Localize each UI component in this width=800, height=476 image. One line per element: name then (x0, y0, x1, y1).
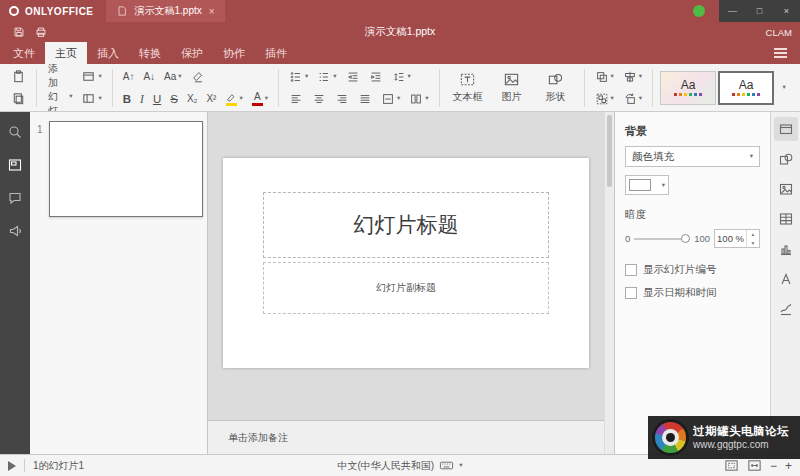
tab-home[interactable]: 主页 (45, 42, 87, 64)
zoom-out-button[interactable]: − (770, 460, 777, 472)
tab-transitions[interactable]: 转换 (129, 42, 171, 64)
align-right-button[interactable] (332, 89, 352, 108)
slide-settings-button[interactable] (774, 117, 798, 141)
tab-collaboration[interactable]: 协作 (213, 42, 255, 64)
strikethrough-button[interactable]: S (167, 89, 181, 108)
opacity-label: 暗度 (625, 208, 760, 222)
group-shapes-icon (595, 92, 609, 106)
tab-protection[interactable]: 保护 (171, 42, 213, 64)
bold-button[interactable]: B (120, 89, 134, 108)
zoom-in-button[interactable]: + (785, 460, 792, 472)
background-section-title: 背景 (625, 124, 760, 139)
minimize-button[interactable]: — (719, 0, 746, 22)
insert-textbox-button[interactable]: 文本框 (447, 67, 489, 109)
change-case-button[interactable]: Aa▾ (161, 67, 185, 86)
group-shapes-button[interactable]: ▾ (592, 89, 617, 108)
vertical-align-icon (381, 92, 395, 106)
maximize-button[interactable]: □ (746, 0, 773, 22)
comments-button[interactable] (7, 190, 23, 206)
clipboard-group (4, 67, 33, 108)
notes-area[interactable]: 单击添加备注 (208, 420, 604, 454)
tab-plugins[interactable]: 插件 (255, 42, 297, 64)
chevron-down-icon: ▾ (750, 153, 753, 160)
vertical-scrollbar[interactable] (604, 112, 614, 454)
signature-settings-button[interactable] (774, 297, 798, 321)
opacity-slider[interactable] (634, 238, 690, 240)
slide-settings-icon (778, 121, 794, 137)
line-spacing-button[interactable]: ▾ (389, 67, 414, 86)
font-color-button[interactable]: A ▾ (249, 89, 271, 108)
fit-to-slide-icon[interactable] (724, 458, 739, 473)
arrange-front-button[interactable]: ▾ (592, 67, 617, 86)
spin-down-icon[interactable]: ▾ (747, 239, 759, 248)
chevron-down-icon: ▾ (265, 95, 268, 102)
show-slide-number-checkbox[interactable] (625, 264, 637, 276)
close-button[interactable]: × (773, 0, 800, 22)
slide-thumbnail-1[interactable] (49, 121, 203, 217)
arrange-group: ▾ ▾ ▾ ▾ (588, 67, 650, 108)
tab-file[interactable]: 文件 (3, 42, 45, 64)
copy-button[interactable] (8, 89, 29, 108)
document-tab[interactable]: 演示文稿1.pptx × (106, 0, 225, 22)
show-date-time-checkbox[interactable] (625, 287, 637, 299)
shape-settings-button[interactable] (774, 147, 798, 171)
tab-close-icon[interactable]: × (209, 6, 215, 17)
align-left-button[interactable] (286, 89, 306, 108)
slide-1[interactable]: 幻灯片标题 幻灯片副标题 (223, 158, 589, 368)
font-color-bar (252, 103, 263, 106)
highlight-color-button[interactable]: ▾ (222, 89, 245, 108)
superscript-button[interactable]: X² (203, 89, 219, 108)
rotate-shape-button[interactable]: ▾ (620, 89, 645, 108)
columns-button[interactable]: ▾ (406, 89, 431, 108)
background-fill-select[interactable]: 颜色填充 ▾ (625, 146, 760, 167)
theme-option-1[interactable]: Aa (660, 71, 716, 105)
table-settings-button[interactable] (774, 207, 798, 231)
theme-gallery-more-button[interactable]: ▾ (778, 69, 790, 107)
chevron-down-icon: ▾ (425, 95, 428, 102)
bullet-list-button[interactable]: ▾ (286, 67, 311, 86)
change-theme-button[interactable]: ▾ (78, 89, 104, 108)
add-slide-button[interactable]: + 添加幻灯片 ▾ (44, 68, 76, 108)
increase-indent-button[interactable] (366, 67, 386, 86)
feedback-speaker-icon (7, 223, 23, 239)
image-settings-button[interactable] (774, 177, 798, 201)
scrollbar-thumb[interactable] (607, 115, 612, 187)
change-layout-button[interactable]: ▾ (78, 67, 104, 86)
spin-up-icon[interactable]: ▴ (747, 230, 759, 239)
editing-area: 幻灯片标题 幻灯片副标题 单击添加备注 (208, 112, 604, 454)
tab-insert[interactable]: 插入 (87, 42, 129, 64)
slider-knob[interactable] (681, 234, 690, 243)
decrease-font-button[interactable]: A↓ (140, 67, 158, 86)
slides-panel-button[interactable] (7, 157, 23, 173)
view-settings-icon[interactable] (774, 48, 787, 58)
subtitle-placeholder[interactable]: 幻灯片副标题 (263, 262, 549, 314)
onlyoffice-presentation-window: ONLYOFFICE 演示文稿1.pptx × — □ × 演示文稿1.pptx… (0, 0, 800, 476)
paste-button[interactable] (8, 67, 29, 86)
search-button[interactable] (7, 124, 23, 140)
fit-to-width-icon[interactable] (747, 458, 762, 473)
eraser-icon (191, 70, 205, 84)
insert-shape-button[interactable]: 形状 (535, 67, 577, 109)
insert-image-button[interactable]: 图片 (491, 67, 533, 109)
numbered-list-button[interactable]: ▾ (314, 67, 339, 86)
increase-font-button[interactable]: A↑ (120, 67, 138, 86)
align-center-button[interactable] (309, 89, 329, 108)
language-label[interactable]: 中文(中华人民共和国) (338, 459, 435, 473)
textart-settings-button[interactable] (774, 267, 798, 291)
subscript-button[interactable]: X₂ (184, 89, 201, 108)
align-justify-button[interactable] (355, 89, 375, 108)
chart-settings-button[interactable] (774, 237, 798, 261)
italic-button[interactable]: I (137, 89, 147, 108)
clear-style-button[interactable] (188, 67, 208, 86)
vertical-align-button[interactable]: ▾ (378, 89, 403, 108)
underline-button[interactable]: U (150, 89, 164, 108)
opacity-spinbox[interactable]: 100 % ▴ ▾ (714, 229, 760, 248)
ribbon-separator (112, 69, 113, 107)
align-shapes-button[interactable]: ▾ (620, 67, 645, 86)
background-color-picker[interactable]: ▾ (625, 175, 669, 195)
title-placeholder[interactable]: 幻灯片标题 (263, 192, 549, 258)
decrease-indent-button[interactable] (343, 67, 363, 86)
slide-canvas: 幻灯片标题 幻灯片副标题 (208, 112, 604, 420)
theme-option-2-selected[interactable]: Aa (718, 71, 774, 105)
feedback-button[interactable] (7, 223, 23, 239)
